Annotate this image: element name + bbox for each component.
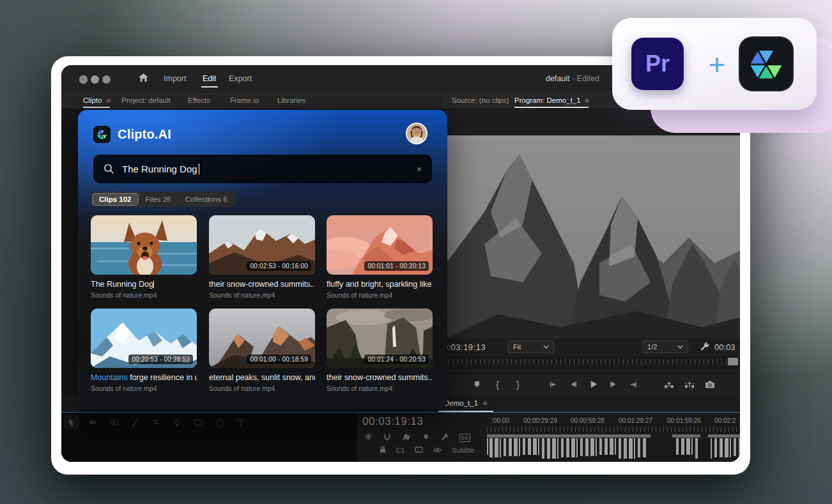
hand-tool-icon[interactable] xyxy=(212,415,227,429)
pen-tool-icon[interactable] xyxy=(169,415,185,429)
go-to-in-icon[interactable] xyxy=(546,379,560,390)
premiere-pro-logo: Pr xyxy=(631,38,684,90)
marketing-canvas: Pr + Im xyxy=(0,0,832,504)
user-avatar[interactable] xyxy=(406,123,428,144)
tab-edit[interactable]: Edit xyxy=(203,74,217,83)
integration-badge: Pr + xyxy=(612,18,817,110)
play-icon[interactable] xyxy=(587,379,601,390)
panel-menu-icon[interactable]: ≡ xyxy=(585,96,589,104)
pr-logo-label: Pr xyxy=(645,50,670,77)
rectangle-tool-icon[interactable] xyxy=(190,415,206,429)
linked-selection-icon[interactable] xyxy=(402,432,412,443)
clip-card[interactable]: 00:01:00 - 00:18:59 eternal peaks, sunli… xyxy=(209,309,315,392)
subtitle-track[interactable] xyxy=(487,434,740,460)
clip-time-range: 00:20:53 - 00:28:53 xyxy=(128,355,193,364)
panel-menu-icon[interactable]: ≡ xyxy=(483,399,488,407)
window-control-icon[interactable] xyxy=(91,75,99,84)
search-value: The Running Dog xyxy=(122,164,197,174)
chevron-down-icon xyxy=(543,345,549,349)
lift-icon[interactable] xyxy=(662,379,676,390)
export-frame-camera-icon[interactable] xyxy=(703,379,717,390)
type-tool-icon[interactable] xyxy=(233,415,248,429)
zoom-level-dropdown[interactable]: Fit xyxy=(508,340,554,353)
panel-tab-effects[interactable]: Effects xyxy=(188,96,210,104)
home-icon[interactable] xyxy=(138,73,149,86)
settings-wrench-icon[interactable] xyxy=(699,341,709,354)
clip-card[interactable]: The Running Dog Sounds of nature.mp4 xyxy=(91,215,197,299)
subtitle-clip-block[interactable] xyxy=(708,434,740,438)
mark-in-icon[interactable]: { xyxy=(491,379,505,390)
window-control-icon[interactable] xyxy=(102,75,111,84)
step-forward-icon[interactable] xyxy=(607,379,621,390)
clip-title: their snow-crowned summits... xyxy=(209,280,315,289)
clip-thumbnail[interactable]: 00:20:53 - 00:28:53 xyxy=(91,309,197,368)
timeline-ruler[interactable]: :00:00 00:00:29:29 00:00:59:28 00:01:29:… xyxy=(487,415,740,462)
panel-tab-libraries[interactable]: Libraries xyxy=(277,96,305,104)
panel-tab-clipto[interactable]: Clipto≡ xyxy=(83,96,110,104)
clip-card[interactable]: 00:02:53 - 00:16:00 their snow-crowned s… xyxy=(209,215,315,299)
clip-card[interactable]: 00:01:24 - 00:20:53 their snow-crowned s… xyxy=(327,309,433,392)
playback-resolution-dropdown[interactable]: 1/2 xyxy=(642,340,688,353)
selection-tool-icon[interactable] xyxy=(64,415,79,429)
search-input[interactable]: The Running Dog × xyxy=(93,155,432,183)
ripple-edit-tool-icon[interactable] xyxy=(106,415,121,429)
snap-icon[interactable] xyxy=(383,432,391,443)
timeline-wrench-icon[interactable] xyxy=(440,432,449,443)
tools-panel xyxy=(61,413,355,462)
razor-tool-icon[interactable] xyxy=(127,415,143,429)
clipto-panel: Clipto.AI The Running Dog xyxy=(78,110,447,409)
premiere-window: Import Edit Export default - Edited Clip… xyxy=(61,65,740,462)
tab-import[interactable]: Import xyxy=(164,74,186,83)
clip-card[interactable]: 00:20:53 - 00:28:53 Mountains forge resi… xyxy=(91,309,197,392)
mark-out-icon[interactable]: } xyxy=(511,379,525,390)
sequence-tab[interactable]: Demo_t_1≡ xyxy=(444,399,488,407)
ruler-label: :00:00 xyxy=(491,417,509,424)
clip-thumbnail[interactable] xyxy=(91,215,197,275)
track-output-icon[interactable] xyxy=(415,447,423,454)
ruler-ticks xyxy=(487,427,740,432)
panel-tab-frameio[interactable]: Frame.io xyxy=(230,96,259,104)
slip-tool-icon[interactable] xyxy=(148,415,164,429)
clip-thumbnail[interactable]: 00:01:01 - 00:20:13 xyxy=(327,215,433,275)
step-back-icon[interactable] xyxy=(566,379,580,390)
ruler-label: 00:00:59:28 xyxy=(571,417,605,424)
clip-thumbnail[interactable]: 00:01:00 - 00:18:59 xyxy=(209,309,315,368)
add-marker-icon[interactable] xyxy=(470,379,484,390)
timeline-marker-icon[interactable] xyxy=(422,432,429,443)
tab-files[interactable]: Files 26 xyxy=(139,193,178,206)
panel-tab-source[interactable]: Source: (no clips) xyxy=(452,96,509,104)
clip-time-range: 00:02:53 - 00:16:00 xyxy=(247,261,311,271)
nest-icon[interactable] xyxy=(364,432,373,443)
clip-title: fluffy and bright, sparkling like... xyxy=(327,280,433,289)
tab-collections[interactable]: Collections 6 xyxy=(178,193,235,206)
panel-tab-program[interactable]: Program: Demo_t_1≡ xyxy=(514,96,589,104)
scrollbar-handle[interactable] xyxy=(728,358,738,365)
result-tabs: Clips 102 Files 26 Collections 6 xyxy=(91,192,236,207)
extract-icon[interactable] xyxy=(682,379,697,390)
ruler-ticks xyxy=(449,359,738,365)
program-preview-image xyxy=(446,135,740,339)
captions-icon[interactable]: CC xyxy=(459,434,470,442)
program-monitor: 00:03:19:13 Fit 1/2 00:03 xyxy=(445,109,740,395)
sequence-duration: 00:03 xyxy=(714,342,736,352)
clear-search-icon[interactable]: × xyxy=(417,164,422,174)
clip-filename: Sounds of nature.mp4 xyxy=(327,291,433,299)
chevron-down-icon xyxy=(677,345,683,349)
clip-thumbnail[interactable]: 00:01:24 - 00:20:53 xyxy=(327,309,433,368)
track-lock-icon[interactable] xyxy=(380,446,386,454)
go-to-out-icon[interactable] xyxy=(628,379,642,390)
track-select-tool-icon[interactable] xyxy=(85,415,100,429)
clip-title: The Running Dog xyxy=(91,280,197,289)
tab-clips[interactable]: Clips 102 xyxy=(92,193,139,206)
subtitle-clip-block[interactable] xyxy=(487,434,651,438)
clip-thumbnail[interactable]: 00:02:53 - 00:16:00 xyxy=(209,215,315,275)
track-visibility-eye-icon[interactable] xyxy=(433,447,442,454)
panel-tab-project[interactable]: Project: default xyxy=(121,96,171,104)
subtitle-clip-block[interactable] xyxy=(672,434,700,438)
panel-menu-icon[interactable]: ≡ xyxy=(106,96,110,104)
ruler-label: 00:00:29:29 xyxy=(523,417,557,424)
tab-export[interactable]: Export xyxy=(229,74,252,83)
monitor-scrub-ruler[interactable] xyxy=(446,356,740,368)
window-control-icon[interactable] xyxy=(79,75,88,84)
clip-card[interactable]: 00:01:01 - 00:20:13 fluffy and bright, s… xyxy=(327,215,433,299)
